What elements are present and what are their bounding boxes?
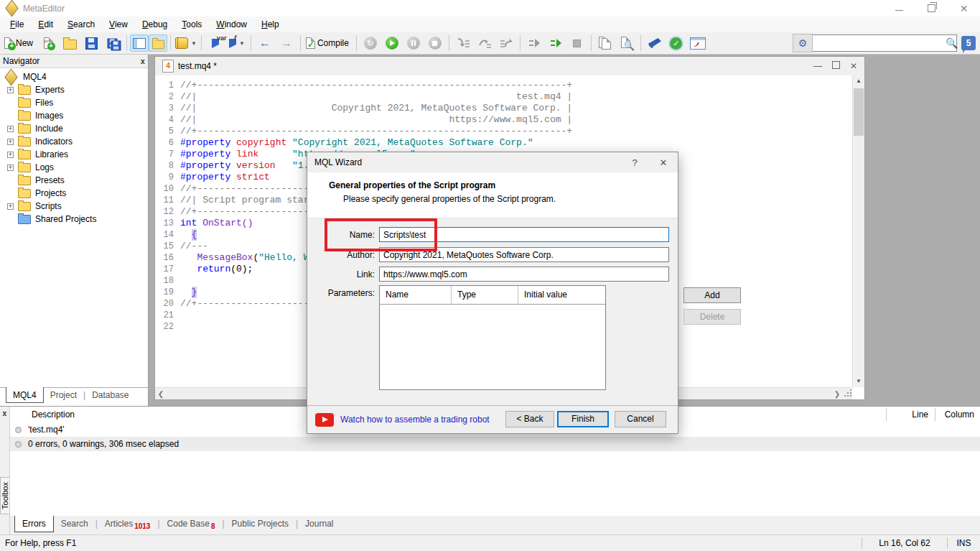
sidebar-item-include[interactable]: +Include bbox=[0, 122, 148, 135]
search-input[interactable] bbox=[813, 36, 943, 50]
minimize-button[interactable] bbox=[883, 0, 915, 17]
vscroll-thumb[interactable] bbox=[854, 88, 864, 136]
dialog-close-icon[interactable]: ✕ bbox=[649, 157, 678, 168]
save-all-button[interactable] bbox=[102, 34, 123, 52]
pause-debug-button[interactable] bbox=[403, 34, 424, 52]
sidebar-item-experts[interactable]: +Experts bbox=[0, 83, 148, 96]
search-settings-button[interactable]: ⚙ bbox=[793, 34, 813, 52]
step-out-button[interactable] bbox=[495, 34, 517, 52]
styler-book-button[interactable]: ▼ bbox=[174, 34, 198, 52]
navigate-back-button[interactable]: ← bbox=[254, 34, 276, 52]
expand-icon[interactable]: + bbox=[7, 126, 14, 132]
step-into-button[interactable] bbox=[452, 34, 474, 52]
restart-debug-button[interactable]: ↻ bbox=[360, 34, 381, 52]
annotation-highlight-box bbox=[325, 218, 437, 251]
menu-file[interactable]: File bbox=[3, 17, 31, 32]
goto-function-button[interactable]: f ▼ bbox=[226, 34, 248, 52]
dialog-help-icon[interactable]: ? bbox=[620, 157, 649, 168]
tab-public-projects[interactable]: Public Projects bbox=[225, 516, 296, 532]
scroll-down-icon[interactable]: ▼ bbox=[853, 376, 864, 387]
editor-minimize-icon[interactable]: — bbox=[813, 61, 822, 71]
styler-button[interactable] bbox=[644, 34, 666, 52]
search-icon[interactable]: 🔍 bbox=[943, 37, 961, 49]
compile-summary-row[interactable]: 0 errors, 0 warnings, 306 msec elapsed bbox=[10, 437, 980, 451]
video-link[interactable]: Watch how to assemble a trading robot bbox=[340, 415, 490, 425]
navigate-forward-button[interactable]: → bbox=[276, 34, 297, 52]
expand-icon[interactable]: + bbox=[7, 139, 14, 145]
sidebar-item-libraries[interactable]: +Libraries bbox=[0, 148, 148, 161]
cloud-protect-button[interactable]: ✓ bbox=[666, 34, 687, 52]
back-button[interactable]: < Back bbox=[505, 411, 554, 427]
column-name: Name bbox=[380, 286, 452, 304]
tab-database[interactable]: Database bbox=[85, 388, 135, 402]
restore-button[interactable] bbox=[915, 0, 948, 17]
sidebar-item-logs[interactable]: +Logs bbox=[0, 161, 148, 174]
navigator-root[interactable]: MQL4 bbox=[0, 70, 148, 83]
open-button[interactable] bbox=[59, 34, 80, 52]
break-button[interactable] bbox=[566, 34, 588, 52]
scroll-right-icon[interactable]: ❯ bbox=[831, 390, 843, 398]
menu-view[interactable]: View bbox=[102, 17, 135, 32]
scroll-up-icon[interactable]: ▲ bbox=[853, 75, 864, 87]
continue-green-button[interactable] bbox=[545, 34, 566, 52]
step-over-button[interactable] bbox=[474, 34, 495, 52]
tab-code-base[interactable]: Code Base8 bbox=[160, 516, 223, 533]
youtube-icon[interactable] bbox=[315, 413, 334, 427]
editor-maximize-icon[interactable] bbox=[832, 61, 840, 69]
continue-gray-button[interactable] bbox=[523, 34, 545, 52]
start-debug-button[interactable] bbox=[381, 34, 403, 52]
save-button[interactable] bbox=[80, 34, 102, 52]
resize-grip[interactable] bbox=[843, 389, 851, 398]
sidebar-item-images[interactable]: Images bbox=[0, 109, 148, 122]
notifications-badge[interactable]: 5 bbox=[961, 36, 976, 50]
sidebar-item-indicators[interactable]: +Indicators bbox=[0, 135, 148, 148]
tab-articles[interactable]: Articles1013 bbox=[98, 516, 158, 533]
editor-close-icon[interactable]: ✕ bbox=[850, 61, 857, 71]
sidebar-item-presets[interactable]: Presets bbox=[0, 174, 148, 187]
tab-mql4[interactable]: MQL4 bbox=[6, 387, 44, 403]
goto-variable-button[interactable]: var bbox=[205, 34, 226, 52]
sidebar-item-projects[interactable]: Projects bbox=[0, 187, 148, 200]
expand-icon[interactable]: + bbox=[7, 165, 14, 171]
print-preview-button[interactable]: 🔍 bbox=[616, 34, 638, 52]
menu-debug[interactable]: Debug bbox=[135, 17, 174, 32]
sidebar-item-label: Images bbox=[35, 111, 63, 121]
menu-tools[interactable]: Tools bbox=[174, 17, 209, 32]
toolbox-close-icon[interactable]: x bbox=[2, 409, 7, 418]
close-button[interactable]: ✕ bbox=[948, 0, 980, 17]
file-tab[interactable]: 4 test.mq4 * bbox=[155, 57, 224, 75]
menu-help[interactable]: Help bbox=[254, 17, 286, 32]
tab-journal[interactable]: Journal bbox=[298, 516, 340, 532]
tab-project[interactable]: Project bbox=[44, 388, 83, 402]
sidebar-item-shared-projects[interactable]: Shared Projects bbox=[0, 213, 148, 226]
parameters-table[interactable]: Name Type Initial value bbox=[379, 285, 606, 390]
toggle-toolbox-button[interactable] bbox=[149, 34, 167, 52]
expand-icon[interactable]: + bbox=[7, 203, 14, 210]
finish-button[interactable]: Finish bbox=[557, 411, 609, 427]
cancel-button[interactable]: Cancel bbox=[615, 411, 666, 427]
navigator-close-icon[interactable]: x bbox=[140, 57, 145, 66]
new-project-button[interactable]: proj+ bbox=[37, 34, 59, 52]
expand-icon[interactable]: + bbox=[7, 87, 14, 93]
stop-debug-button[interactable] bbox=[424, 34, 446, 52]
copy-button[interactable] bbox=[594, 34, 616, 52]
menu-window[interactable]: Window bbox=[209, 17, 254, 32]
scroll-left-icon[interactable]: ❮ bbox=[155, 390, 167, 398]
compile-button[interactable]: ✓ Compile bbox=[304, 34, 353, 52]
menu-edit[interactable]: Edit bbox=[31, 17, 60, 32]
toolbox-vertical-tab[interactable]: Toolbox bbox=[0, 477, 9, 514]
delete-button[interactable]: Delete bbox=[683, 309, 741, 325]
sidebar-item-scripts[interactable]: +Scripts bbox=[0, 200, 148, 213]
sidebar-item-files[interactable]: Files bbox=[0, 96, 148, 109]
add-button[interactable]: Add bbox=[683, 287, 741, 303]
expand-icon[interactable]: + bbox=[7, 152, 14, 158]
show-charts-button[interactable] bbox=[687, 34, 709, 52]
tab-errors[interactable]: Errors bbox=[14, 516, 54, 532]
link-field[interactable] bbox=[379, 267, 669, 282]
folder-icon bbox=[18, 189, 31, 198]
tab-search[interactable]: Search bbox=[54, 516, 95, 532]
vertical-scrollbar[interactable]: ▲ ▼ bbox=[852, 75, 864, 387]
toggle-navigator-button[interactable] bbox=[130, 34, 149, 52]
new-button[interactable]: + New bbox=[2, 34, 37, 52]
menu-search[interactable]: Search bbox=[60, 17, 102, 32]
